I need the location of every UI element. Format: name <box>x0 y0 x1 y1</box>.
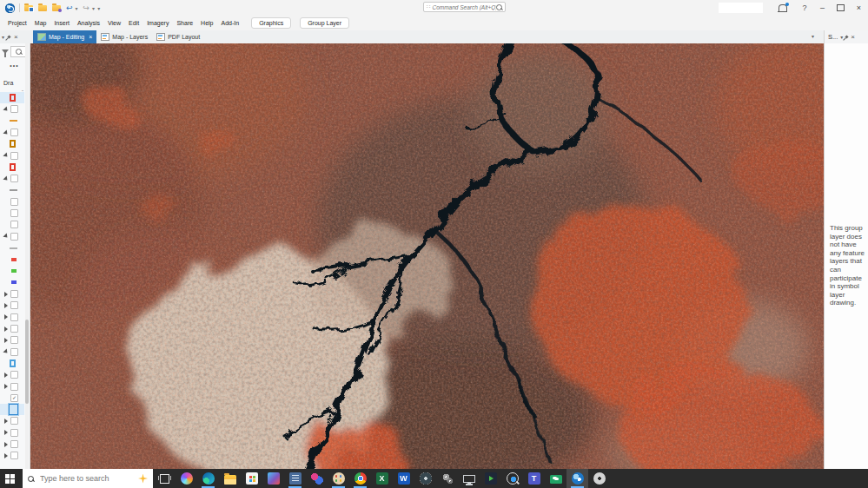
layer-row[interactable] <box>0 92 24 103</box>
expand-open-icon[interactable] <box>3 175 9 181</box>
layer-visibility-checkbox[interactable] <box>10 429 18 437</box>
layer-row[interactable] <box>0 334 24 346</box>
layer-row[interactable] <box>0 231 24 242</box>
expand-open-icon[interactable] <box>3 234 9 240</box>
taskbar-app-word[interactable]: W <box>393 469 414 488</box>
undo-dropdown-icon[interactable]: ▾ <box>76 5 78 11</box>
layer-row[interactable] <box>0 312 24 323</box>
undo-icon[interactable]: ↩ <box>66 4 73 12</box>
layer-row[interactable]: ✓ <box>0 392 24 404</box>
expand-closed-icon[interactable] <box>4 338 8 343</box>
layer-visibility-checkbox[interactable] <box>10 371 18 379</box>
taskbar-app-arcgis-pro[interactable] <box>567 469 588 488</box>
help-icon[interactable]: ? <box>796 3 813 12</box>
taskbar-app-store[interactable] <box>241 469 262 488</box>
layer-visibility-checkbox[interactable] <box>10 105 18 113</box>
expand-closed-icon[interactable] <box>4 384 8 389</box>
scrollbar-thumb[interactable] <box>25 320 29 404</box>
taskbar-search-input[interactable] <box>38 473 134 484</box>
layer-row[interactable] <box>0 173 24 184</box>
contextual-tab-group-layer[interactable]: Group Layer <box>300 17 349 29</box>
command-search[interactable]: ∷ <box>423 2 506 12</box>
expand-open-icon[interactable] <box>3 349 9 355</box>
layer-visibility-checkbox[interactable] <box>10 325 18 333</box>
customize-qat-icon[interactable]: ▾ <box>97 5 100 11</box>
view-tab-map-editing[interactable]: Map - Editing× <box>33 30 96 43</box>
taskbar-app-settings[interactable] <box>588 469 610 488</box>
taskbar-app-photos[interactable] <box>262 469 284 488</box>
layer-visibility-checkbox-checked[interactable]: ✓ <box>10 394 18 402</box>
expand-closed-icon[interactable] <box>4 292 8 297</box>
pin-icon[interactable] <box>845 35 849 38</box>
layer-visibility-checkbox[interactable] <box>10 336 18 344</box>
layer-row[interactable] <box>0 254 24 265</box>
save-project-icon[interactable] <box>24 5 33 11</box>
close-button[interactable]: × <box>850 0 868 16</box>
redo-dropdown-icon[interactable]: ▾ <box>92 5 95 11</box>
ribbon-tab-help[interactable]: Help <box>201 20 213 26</box>
open-project-icon[interactable] <box>38 5 47 11</box>
layer-row[interactable] <box>0 115 24 127</box>
layer-visibility-checkbox[interactable] <box>10 417 18 425</box>
layer-visibility-checkbox[interactable] <box>10 233 18 241</box>
expand-closed-icon[interactable] <box>4 442 8 447</box>
ribbon-tab-share[interactable]: Share <box>176 20 193 26</box>
expand-closed-icon[interactable] <box>4 303 8 308</box>
layer-row[interactable] <box>0 358 24 369</box>
redo-icon[interactable]: ↪ <box>83 4 90 12</box>
layer-row[interactable] <box>0 196 24 208</box>
layer-visibility-checkbox[interactable] <box>10 209 18 217</box>
view-tab-map-layers[interactable]: Map - Layers <box>96 30 152 43</box>
task-view-button[interactable] <box>153 469 176 488</box>
map-canvas[interactable] <box>30 43 824 469</box>
taskbar-app-gears[interactable] <box>436 469 458 488</box>
contents-scrollbar[interactable] <box>25 43 29 469</box>
layer-row[interactable] <box>0 427 24 439</box>
layer-row[interactable] <box>0 323 24 334</box>
taskbar-app-palette[interactable] <box>328 469 349 488</box>
minimize-button[interactable]: – <box>813 0 832 16</box>
ribbon-tab-analysis[interactable]: Analysis <box>77 20 100 26</box>
ribbon-tab-project[interactable]: Project <box>8 20 27 26</box>
layer-row[interactable] <box>0 219 24 230</box>
close-icon[interactable]: × <box>14 34 18 41</box>
layer-row[interactable] <box>0 439 24 450</box>
taskbar-app-file-explorer[interactable] <box>219 469 241 488</box>
expand-closed-icon[interactable] <box>4 326 8 332</box>
taskbar-app-app-circle[interactable] <box>414 469 436 488</box>
layer-visibility-checkbox[interactable] <box>10 290 18 298</box>
layer-row[interactable] <box>0 288 24 300</box>
taskbar-app-chrome[interactable] <box>349 469 371 488</box>
layer-row[interactable] <box>0 208 24 219</box>
taskbar-app-teams[interactable]: T <box>523 469 545 488</box>
layer-visibility-checkbox[interactable] <box>10 175 18 182</box>
layer-row[interactable] <box>0 450 24 461</box>
layer-visibility-checkbox[interactable] <box>10 440 18 448</box>
taskbar-app-paint-3d[interactable] <box>306 469 328 488</box>
layer-row[interactable] <box>0 415 24 426</box>
close-icon[interactable]: × <box>89 34 92 40</box>
layer-row[interactable] <box>0 277 24 288</box>
notifications-bell-icon[interactable] <box>779 4 787 11</box>
chevron-down-icon[interactable]: ▾ <box>812 33 814 39</box>
layer-row[interactable] <box>0 184 24 195</box>
layer-row[interactable] <box>0 265 24 276</box>
new-project-icon[interactable] <box>52 5 61 11</box>
close-icon[interactable]: × <box>851 34 855 41</box>
layer-visibility-checkbox[interactable] <box>10 129 18 136</box>
layer-visibility-checkbox[interactable] <box>10 152 18 160</box>
layer-row[interactable] <box>0 149 24 161</box>
expand-open-icon[interactable] <box>3 106 9 112</box>
layer-row[interactable] <box>0 380 24 392</box>
view-tab-pdf-layout[interactable]: PDF Layout <box>152 30 204 43</box>
maximize-button[interactable] <box>832 0 850 16</box>
taskbar-app-media-player[interactable] <box>480 469 501 488</box>
taskbar-app-screen-share[interactable] <box>545 469 567 488</box>
layer-row[interactable] <box>0 369 24 380</box>
ribbon-tab-map[interactable]: Map <box>35 20 47 26</box>
layer-visibility-checkbox[interactable] <box>10 313 18 321</box>
ribbon-tab-insert[interactable]: Insert <box>54 20 70 26</box>
ribbon-tab-view[interactable]: View <box>108 20 121 26</box>
layer-visibility-checkbox[interactable] <box>10 301 18 309</box>
taskbar-app-copilot[interactable] <box>176 469 197 488</box>
